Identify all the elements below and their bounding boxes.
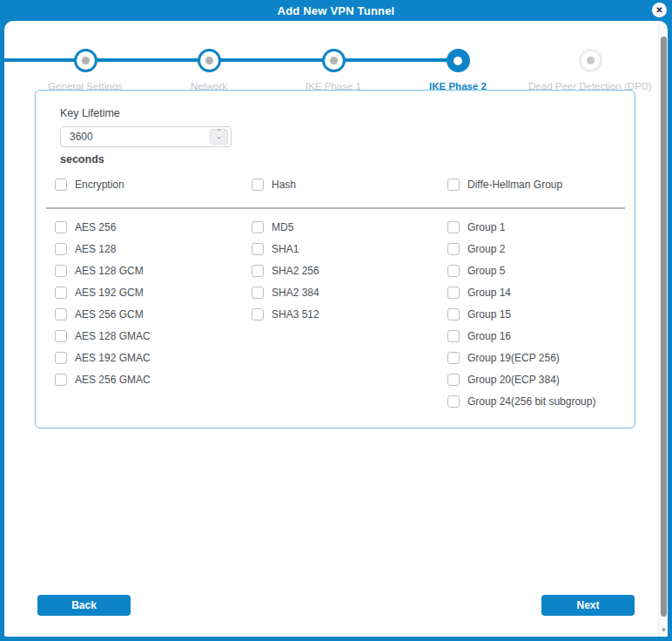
- step-ike-phase-2[interactable]: IKE Phase 2: [384, 31, 532, 91]
- option-aes-256-gcm[interactable]: AES 256 GCM: [55, 308, 151, 320]
- option-aes-128[interactable]: AES 128: [55, 243, 151, 255]
- checkbox-icon[interactable]: [252, 265, 264, 277]
- checkbox-icon[interactable]: [252, 221, 264, 233]
- option-sha1[interactable]: SHA1: [252, 243, 319, 255]
- checkbox-icon[interactable]: [447, 287, 460, 299]
- step-circle: [447, 49, 470, 72]
- step-circle: [198, 49, 221, 72]
- option-label: AES 128 GMAC: [75, 330, 151, 342]
- diffe-hellman-select-all[interactable]: Diffe-Hellman Group: [447, 179, 562, 191]
- option-label: Group 19(ECP 256): [467, 352, 560, 364]
- checkbox-icon[interactable]: [55, 330, 67, 342]
- checkbox-icon[interactable]: [447, 243, 460, 255]
- option-label: Group 15: [467, 308, 511, 320]
- option-label: AES 256 GMAC: [75, 374, 151, 386]
- option-aes-192-gmac[interactable]: AES 192 GMAC: [55, 352, 151, 364]
- option-label: AES 256 GCM: [75, 308, 144, 320]
- checkbox-icon[interactable]: [252, 243, 264, 255]
- option-label: MD5: [272, 221, 293, 233]
- option-group-19-ecp-256[interactable]: Group 19(ECP 256): [447, 352, 595, 364]
- option-label: Group 1: [467, 221, 505, 233]
- option-aes-256[interactable]: AES 256: [55, 221, 151, 233]
- checkbox-icon[interactable]: [447, 179, 460, 191]
- checkbox-icon[interactable]: [252, 287, 264, 299]
- option-sha3-512[interactable]: SHA3 512: [252, 308, 319, 320]
- option-label: AES 192 GMAC: [75, 352, 151, 364]
- checkbox-icon[interactable]: [55, 374, 67, 386]
- group-header-label: Diffe-Hellman Group: [467, 179, 562, 191]
- dialog-content: General Settings Network IKE Phase 1 IKE…: [4, 21, 668, 637]
- option-group-2[interactable]: Group 2: [447, 243, 595, 255]
- option-label: Group 24(256 bit subgroup): [467, 395, 595, 408]
- scrollbar[interactable]: ▼: [658, 24, 668, 637]
- option-sha2-256[interactable]: SHA2 256: [252, 265, 319, 277]
- option-aes-256-gmac[interactable]: AES 256 GMAC: [55, 374, 151, 386]
- option-group-15[interactable]: Group 15: [447, 308, 595, 320]
- checkbox-icon[interactable]: [55, 287, 67, 299]
- option-label: SHA2 256: [272, 265, 319, 277]
- option-aes-128-gcm[interactable]: AES 128 GCM: [55, 265, 151, 277]
- chevron-down-icon[interactable]: ⌄: [217, 137, 222, 142]
- option-label: Group 2: [467, 243, 505, 255]
- step-circle: [579, 49, 602, 72]
- checkbox-icon[interactable]: [447, 395, 460, 408]
- hash-options-column: MD5SHA1SHA2 256SHA2 384SHA3 512: [252, 221, 319, 320]
- step-dot: [587, 57, 595, 64]
- encryption-select-all[interactable]: Encryption: [55, 179, 124, 191]
- option-md5[interactable]: MD5: [252, 221, 319, 233]
- option-sha2-384[interactable]: SHA2 384: [252, 287, 319, 299]
- option-aes-192-gcm[interactable]: AES 192 GCM: [55, 287, 151, 299]
- option-group-24-256-bit-subgroup[interactable]: Group 24(256 bit subgroup): [447, 395, 595, 408]
- option-label: AES 192 GCM: [75, 287, 144, 299]
- encryption-options-column: AES 256AES 128AES 128 GCMAES 192 GCMAES …: [55, 221, 151, 386]
- checkbox-icon[interactable]: [252, 179, 264, 191]
- key-lifetime-input-wrap: ⌃ ⌄: [60, 126, 232, 147]
- section-divider: [46, 207, 625, 209]
- option-group-1[interactable]: Group 1: [447, 221, 595, 233]
- step-dot: [454, 57, 462, 65]
- step-circle: [74, 49, 97, 72]
- checkbox-icon[interactable]: [447, 308, 460, 320]
- next-button[interactable]: Next: [541, 595, 635, 616]
- step-circle: [322, 49, 346, 72]
- option-label: SHA3 512: [272, 308, 319, 320]
- option-label: Group 20(ECP 384): [467, 374, 560, 386]
- scrollbar-thumb[interactable]: [661, 37, 667, 617]
- back-button[interactable]: Back: [37, 595, 131, 616]
- checkbox-icon[interactable]: [447, 374, 460, 386]
- group-header-label: Hash: [272, 179, 296, 191]
- option-label: Group 5: [467, 265, 505, 277]
- option-group-14[interactable]: Group 14: [447, 287, 595, 299]
- ike-phase-2-panel: Key Lifetime ⌃ ⌄ seconds Encryption Hash: [35, 90, 635, 428]
- checkbox-icon[interactable]: [447, 265, 460, 277]
- step-dead-peer-detection[interactable]: Dead Peer Detection (DPD): [516, 31, 664, 91]
- option-group-5[interactable]: Group 5: [447, 265, 595, 277]
- close-icon[interactable]: ✕: [652, 3, 667, 17]
- diffe-hellman-options-column: Group 1Group 2Group 5Group 14Group 15Gro…: [447, 221, 595, 408]
- checkbox-icon[interactable]: [55, 352, 67, 364]
- step-dot: [205, 57, 213, 64]
- scrollbar-down-arrow-icon[interactable]: ▼: [659, 627, 669, 634]
- checkbox-icon[interactable]: [55, 265, 67, 277]
- checkbox-icon[interactable]: [55, 179, 67, 191]
- vpn-tunnel-dialog: Add New VPN Tunnel ✕ General Settings Ne…: [0, 0, 672, 641]
- option-label: AES 256: [75, 221, 116, 233]
- checkbox-icon[interactable]: [55, 243, 67, 255]
- option-group-16[interactable]: Group 16: [447, 330, 595, 342]
- dialog-title: Add New VPN Tunnel: [278, 4, 395, 17]
- number-stepper-icon[interactable]: ⌃ ⌄: [210, 129, 228, 145]
- checkbox-icon[interactable]: [447, 221, 460, 233]
- hash-select-all[interactable]: Hash: [252, 179, 296, 191]
- key-lifetime-input[interactable]: [60, 126, 232, 147]
- option-label: SHA1: [272, 243, 299, 255]
- option-aes-128-gmac[interactable]: AES 128 GMAC: [55, 330, 151, 342]
- checkbox-icon[interactable]: [447, 330, 460, 342]
- checkbox-icon[interactable]: [55, 221, 67, 233]
- checkbox-icon[interactable]: [447, 352, 460, 364]
- checkbox-icon[interactable]: [55, 308, 67, 320]
- option-group-20-ecp-384[interactable]: Group 20(ECP 384): [447, 374, 595, 386]
- option-label: SHA2 384: [272, 287, 319, 299]
- group-headers: Encryption Hash Diffe-Hellman Group: [36, 179, 635, 192]
- checkbox-icon[interactable]: [252, 308, 264, 320]
- option-label: AES 128 GCM: [75, 265, 144, 277]
